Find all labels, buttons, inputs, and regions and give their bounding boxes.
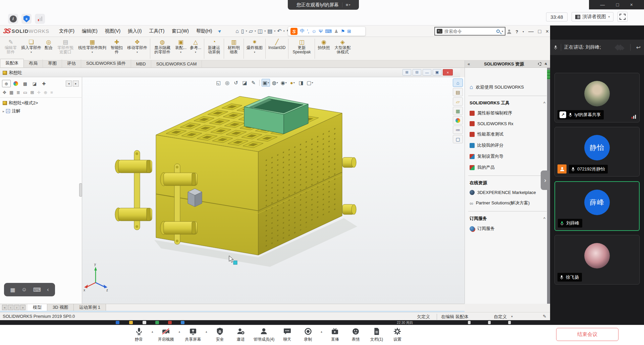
participant-tile-xufeiyang[interactable]: 徐飞扬 bbox=[554, 235, 640, 285]
cmd-insert-component[interactable]: ❏插入零部件▾ bbox=[19, 38, 43, 54]
fm-tool-2[interactable]: ▦ bbox=[9, 90, 13, 95]
cmd-show-hidden[interactable]: ◍显示隐藏的零部件 bbox=[151, 38, 173, 55]
command-search-box[interactable]: >_ ▾ bbox=[434, 27, 505, 36]
welcome-link[interactable]: ⌂ 欢迎使用 SOLIDWORKS bbox=[470, 84, 550, 91]
taskbar-app-icon[interactable] bbox=[116, 321, 119, 324]
panel-splitter-handle[interactable] bbox=[79, 183, 82, 197]
ime-emoji-icon[interactable]: ☺ bbox=[312, 29, 316, 34]
fm-tool-5[interactable]: ⊞ bbox=[30, 90, 34, 95]
cmd-instant3d[interactable]: ╱Instant3D bbox=[267, 38, 287, 51]
fm-tool-4[interactable]: ▭ bbox=[23, 90, 27, 95]
item-3dexperience-marketplace[interactable]: 3DEXPERIENCE Marketplace bbox=[470, 190, 550, 195]
item-partner-solutions[interactable]: ∞Partner Solutions(解决方案) bbox=[470, 200, 550, 206]
cmd-component-preview[interactable]: ▤零部件预览窗口 bbox=[54, 38, 76, 55]
customize-caret[interactable]: ▾ bbox=[511, 315, 513, 318]
emoji-icon[interactable]: ☺ bbox=[21, 287, 27, 293]
item-subscription-services[interactable]: 订阅服务 bbox=[470, 226, 550, 232]
tray-icon[interactable] bbox=[508, 321, 511, 324]
view-settings-icon[interactable]: ▢▾ bbox=[306, 79, 314, 87]
grid-icon[interactable]: ▦ bbox=[10, 287, 15, 293]
cmd-update-speedpak[interactable]: ◫更新Speedpak bbox=[289, 38, 314, 55]
view-mode-button[interactable]: 演讲者视图 ▾ bbox=[572, 12, 614, 21]
collapse-section-icon[interactable]: ^ bbox=[543, 216, 545, 221]
mute-button[interactable]: 静音 bbox=[131, 327, 147, 342]
documents-button[interactable]: 文档(1) bbox=[369, 327, 385, 342]
tab-display-manager[interactable] bbox=[11, 80, 20, 87]
share-options-caret[interactable]: ▴ bbox=[206, 330, 207, 333]
mic-options-caret[interactable]: ▴ bbox=[152, 330, 153, 333]
item-compare-score[interactable]: 比较我的评分 bbox=[470, 142, 550, 148]
doc-restore[interactable]: ▣ bbox=[433, 69, 441, 76]
reply-arrow-icon[interactable]: ↩ bbox=[636, 44, 641, 51]
edit-pencil-icon[interactable]: ✎ bbox=[543, 314, 546, 319]
menu-view[interactable]: 视图(V) bbox=[101, 26, 124, 36]
cmd-assembly-features[interactable]: ▣装配...▾ bbox=[173, 38, 188, 54]
participant-tile-xiaojingyi[interactable]: 静怡 072192肖静怡 bbox=[554, 127, 640, 177]
section-view-icon[interactable]: ◪ bbox=[241, 79, 249, 87]
doc-btn-1[interactable]: ⊞ bbox=[402, 69, 411, 76]
banner-menu-icon[interactable]: ≡▾ bbox=[342, 2, 351, 7]
menu-file[interactable]: 文件(F) bbox=[55, 26, 78, 36]
doc-close[interactable]: × bbox=[443, 69, 453, 76]
scrollbar-thumb[interactable] bbox=[547, 70, 550, 79]
apply-scene-icon[interactable]: ◨ bbox=[297, 79, 305, 87]
fm-tool-6[interactable]: ✛ bbox=[37, 90, 41, 95]
caret[interactable]: ▾ bbox=[246, 30, 247, 33]
new-doc-icon[interactable]: ▯ bbox=[240, 28, 245, 34]
meeting-security-button[interactable]: + bbox=[21, 14, 32, 24]
nav-prev[interactable]: ‹ bbox=[8, 305, 13, 310]
cmd-new-motion-study[interactable]: ◔新建运动算例 bbox=[205, 38, 223, 55]
participant-tile-liuxuefeng[interactable]: 薛峰 刘薛峰 bbox=[554, 181, 640, 231]
cmd-exploded-view[interactable]: ✷爆炸视图▾ bbox=[245, 38, 264, 54]
fullscreen-button[interactable] bbox=[618, 12, 628, 22]
app-close[interactable]: × bbox=[546, 29, 549, 35]
tab-design-library[interactable]: ▤ bbox=[453, 88, 463, 96]
menu-window[interactable]: 窗口(W) bbox=[168, 26, 193, 36]
tree-annotations-item[interactable]: ▸ A 注解 bbox=[3, 108, 20, 114]
section-online-resources[interactable]: 在线资源^ bbox=[470, 180, 545, 186]
graphics-viewport[interactable]: x y z ◱ ◎ ↺ ◪ ✎ ▣▾ ◍▾ ◉▾ ●▾ ◨ bbox=[82, 77, 465, 304]
menu-insert[interactable]: 插入(I) bbox=[124, 26, 145, 36]
cmd-mate[interactable]: ◎配合 bbox=[43, 38, 54, 51]
chat-button[interactable]: 聊天 bbox=[279, 327, 295, 342]
tab-mbd[interactable]: MBD bbox=[131, 60, 151, 67]
ime-chinese-icon[interactable]: 中 bbox=[300, 28, 305, 34]
pin-menubar-icon[interactable]: ➤ bbox=[217, 28, 223, 34]
home-icon[interactable]: ⌂ bbox=[235, 28, 239, 34]
tab-evaluate[interactable]: 评估 bbox=[62, 59, 81, 67]
doc-minimize[interactable]: — bbox=[423, 69, 431, 76]
view-orientation-icon[interactable]: ▣▾ bbox=[262, 79, 270, 87]
tab-assembly[interactable]: 装配体 bbox=[0, 59, 24, 67]
ime-keyboard-icon[interactable]: ⌨ bbox=[325, 29, 332, 34]
tab-model[interactable]: 模型 bbox=[28, 304, 47, 311]
ime-account-icon[interactable]: ♟ bbox=[334, 29, 338, 34]
minimize-button[interactable]: — bbox=[600, 2, 605, 7]
end-meeting-button[interactable]: 结束会议 bbox=[556, 328, 619, 341]
taskbar-app-icon[interactable] bbox=[168, 321, 172, 324]
zoom-area-icon[interactable]: ◎ bbox=[223, 79, 231, 87]
tray-icon[interactable] bbox=[468, 321, 471, 324]
display-style-icon[interactable]: ◍▾ bbox=[271, 79, 279, 87]
tab-appearances[interactable] bbox=[453, 116, 463, 125]
hide-show-items-icon[interactable]: ◉▾ bbox=[280, 79, 287, 87]
security-button[interactable]: 安全 bbox=[212, 327, 228, 342]
edit-appearance-icon[interactable]: ●▾ bbox=[288, 79, 296, 87]
tree-root-item[interactable]: 和想吐<模式2> bbox=[3, 100, 38, 106]
tab-feature-tree[interactable]: ⊕ bbox=[2, 80, 11, 87]
tray-icon[interactable] bbox=[488, 321, 491, 324]
pin-icon[interactable]: ➤ bbox=[543, 61, 548, 67]
tab-motion-study[interactable]: 运动算例 1 bbox=[74, 304, 106, 311]
collapse-chevron-icon[interactable]: ‹ bbox=[47, 287, 49, 293]
record-button[interactable]: 录制 bbox=[300, 327, 316, 342]
item-performance-benchmark[interactable]: 性能基准测试 bbox=[470, 131, 550, 137]
item-copy-settings-wizard[interactable]: 复制设置向导 bbox=[470, 153, 550, 159]
fm-tool-3[interactable]: ≣ bbox=[16, 90, 20, 95]
fm-scroll-left[interactable]: ◂ bbox=[66, 81, 72, 87]
item-property-tab-builder[interactable]: 属性标签编制程序 bbox=[470, 110, 550, 116]
tab-file-explorer[interactable]: ▱ bbox=[453, 97, 463, 106]
video-options-caret[interactable]: ▴ bbox=[179, 330, 180, 333]
taskbar-app-icon[interactable] bbox=[155, 321, 159, 324]
customize-menu[interactable]: 自定义 bbox=[494, 314, 507, 320]
taskbar-app-icon[interactable] bbox=[129, 321, 133, 324]
fm-tool-7[interactable]: ⊕ bbox=[44, 90, 47, 95]
